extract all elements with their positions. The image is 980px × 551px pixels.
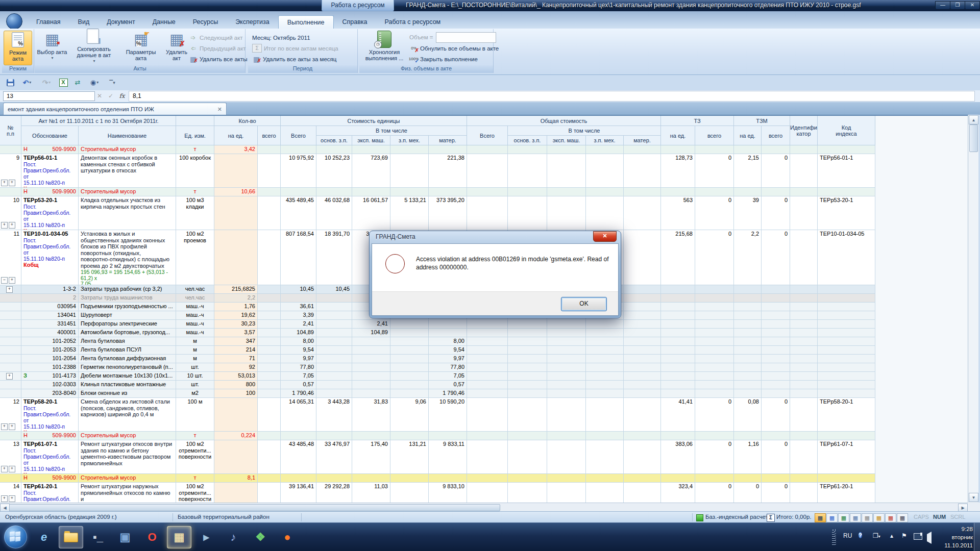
grid-cell[interactable]	[316, 320, 352, 328]
grid-cell[interactable]	[352, 355, 390, 363]
grid-cell[interactable]: 14 065,31	[281, 398, 316, 431]
grid-cell[interactable]	[258, 363, 281, 371]
grid-cell[interactable]	[790, 285, 818, 293]
grid-cell[interactable]	[390, 355, 429, 363]
grid-cell[interactable]: 0	[762, 154, 790, 187]
grid-cell[interactable]: 16 061,57	[352, 196, 390, 230]
show-desktop-button[interactable]	[974, 523, 980, 551]
grid-cell[interactable]	[762, 294, 790, 302]
status-tool-icon-8[interactable]: ▦	[897, 513, 908, 522]
grid-cell[interactable]	[429, 329, 467, 337]
grid-cell[interactable]	[624, 337, 661, 345]
grid-cell[interactable]	[586, 432, 624, 440]
horizontal-scrollbar[interactable]: ◀ ▶	[0, 503, 968, 512]
grid-cell[interactable]	[661, 320, 695, 328]
grid-cell[interactable]: 807 168,54	[281, 230, 316, 285]
grid-cell[interactable]	[214, 154, 258, 187]
grid-cell[interactable]: 8,00	[429, 337, 467, 345]
grid-cell[interactable]	[258, 196, 281, 230]
grid-cell[interactable]	[281, 474, 316, 482]
column-header[interactable]: на ед.	[661, 126, 695, 145]
grid-cell[interactable]: 102-0303	[21, 381, 79, 389]
grid-cell[interactable]: Дюбели монтажные 10х130 (10х1...	[79, 372, 176, 380]
expand-icon[interactable]: +	[6, 286, 13, 293]
grid-cell[interactable]	[429, 474, 467, 482]
column-header[interactable]: основ. з.п.	[316, 136, 352, 145]
grid-cell[interactable]	[352, 346, 390, 354]
grid-cell[interactable]	[547, 346, 586, 354]
grid-cell[interactable]	[661, 145, 695, 154]
grid-cell[interactable]	[762, 145, 790, 154]
grid-cell[interactable]	[762, 303, 790, 311]
grid-cell[interactable]: ++13	[0, 440, 21, 473]
grid-cell[interactable]	[390, 474, 429, 482]
grid-cell[interactable]	[467, 483, 508, 503]
grid-cell[interactable]: ТЕР10-01-034-05Пост. Правит.Оренб.обл. о…	[21, 230, 79, 285]
grid-cell[interactable]: 9,97	[281, 355, 316, 363]
grid-cell[interactable]	[258, 294, 281, 302]
grid-cell[interactable]: 0	[762, 483, 790, 503]
column-header[interactable]: всего	[695, 126, 734, 145]
grid-cell[interactable]	[624, 483, 661, 503]
grid-cell[interactable]	[258, 230, 281, 285]
grid-cell[interactable]: 1,76	[214, 303, 258, 311]
grid-cell[interactable]	[547, 483, 586, 503]
grid-cell[interactable]	[214, 440, 258, 473]
grid-cell[interactable]: 9 833,11	[429, 440, 467, 473]
grid-cell[interactable]: 0	[695, 196, 734, 230]
grid-cell[interactable]: ТЕРр61-07-1	[818, 440, 875, 473]
status-tool-icon-1[interactable]: ▦	[815, 513, 826, 522]
grid-cell[interactable]: 1-3-2	[21, 285, 79, 293]
grid-cell[interactable]: 0	[762, 196, 790, 230]
grid-cell[interactable]	[762, 346, 790, 354]
grid-cell[interactable]	[467, 363, 508, 371]
month-total-button[interactable]: Σ Итог по всем актам месяца	[252, 43, 338, 54]
vertical-scroll-thumb[interactable]	[969, 124, 978, 152]
status-tool-icon-6[interactable]: ▦	[873, 513, 885, 522]
grid-cell[interactable]	[547, 432, 586, 440]
grid-cell[interactable]	[818, 363, 875, 371]
grid-cell[interactable]	[734, 294, 762, 302]
grid-cell[interactable]	[316, 474, 352, 482]
grid-cell[interactable]	[695, 285, 734, 293]
grid-cell[interactable]	[624, 346, 661, 354]
grid-cell[interactable]: 0	[695, 440, 734, 473]
grid-cell[interactable]	[624, 294, 661, 302]
grid-cell[interactable]: 0	[762, 440, 790, 473]
grid-cell[interactable]: Н509-9900	[21, 145, 79, 154]
expand-icon[interactable]: ++	[1, 423, 15, 430]
grid-cell[interactable]: 101-2054	[21, 355, 79, 363]
grid-cell[interactable]	[586, 440, 624, 473]
grid-cell[interactable]	[508, 320, 547, 328]
grid-cell[interactable]: 41,41	[661, 398, 695, 431]
grid-cell[interactable]	[352, 432, 390, 440]
grid-cell[interactable]	[818, 355, 875, 363]
grid-cell[interactable]: Лента бутиловая ПСУЛ	[79, 346, 176, 354]
grid-cell[interactable]	[818, 372, 875, 380]
grid-cell[interactable]	[586, 389, 624, 397]
media-app-icon[interactable]: ♪	[221, 526, 246, 548]
grid-cell[interactable]: 10 252,23	[316, 154, 352, 187]
grid-cell[interactable]	[624, 230, 661, 285]
grid-cell[interactable]	[316, 363, 352, 371]
grid-cell[interactable]: 9,54	[429, 346, 467, 354]
grid-cell[interactable]	[762, 381, 790, 389]
grid-cell[interactable]	[0, 303, 21, 311]
grid-cell[interactable]: 9 833,10	[429, 483, 467, 503]
grid-cell[interactable]: Блоки оконные из поливинилхлор...	[79, 389, 176, 397]
print-preview-button[interactable]: ◉▾	[86, 77, 103, 88]
grid-cell[interactable]	[586, 474, 624, 482]
column-header[interactable]: Ед. изм.	[176, 126, 214, 145]
grid-cell[interactable]: м	[176, 337, 214, 345]
next-act-button[interactable]: ➩ Следующий акт	[189, 32, 244, 43]
table-row[interactable]: +З101-4173Дюбели монтажные 10х130 (10х1.…	[0, 372, 875, 381]
grid-cell[interactable]: 0	[695, 154, 734, 187]
grid-cell[interactable]	[624, 474, 661, 482]
grid-cell[interactable]	[586, 145, 624, 154]
grid-cell[interactable]	[508, 154, 547, 187]
grid-cell[interactable]: 100 м3 кладки	[176, 196, 214, 230]
column-header[interactable]: Акт №1 от 11.10.2011 с 1 по 31 Октября 2…	[21, 116, 176, 126]
grid-cell[interactable]	[316, 346, 352, 354]
collapse-icon[interactable]: −+	[1, 277, 15, 284]
vertical-scrollbar[interactable]: ▲ ▼	[968, 115, 978, 503]
